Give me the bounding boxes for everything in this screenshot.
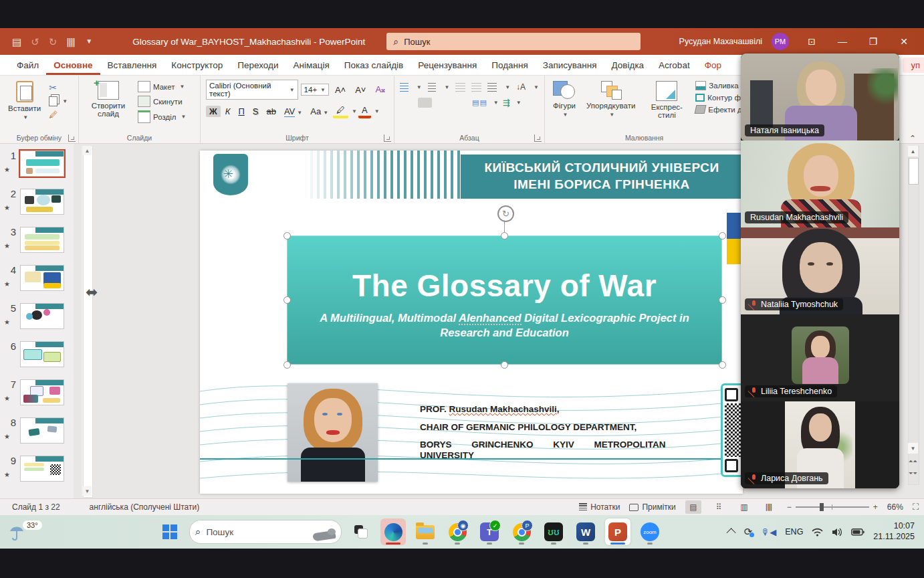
account-name[interactable]: Русудан Махачашвілі bbox=[679, 37, 762, 46]
close-button[interactable]: ✕ bbox=[891, 31, 917, 52]
word-button[interactable]: W bbox=[573, 518, 598, 545]
thumbnail-row-5[interactable]: 5★ bbox=[4, 303, 74, 329]
paste-button[interactable]: Вставити▼ bbox=[5, 80, 43, 132]
previous-slide-icon[interactable]: ⏶⏶ bbox=[908, 456, 918, 467]
slide-thumbnail[interactable] bbox=[20, 227, 64, 253]
tab-acrobat[interactable]: Acrobat bbox=[651, 56, 697, 75]
font-size-combo[interactable]: 14+▼ bbox=[301, 84, 329, 96]
thumbnail-scrollbar[interactable]: ▲ ▼ bbox=[82, 146, 93, 496]
slide-thumbnail[interactable] bbox=[20, 456, 64, 482]
save-icon[interactable]: ▤ bbox=[12, 37, 21, 47]
tab-home[interactable]: Основне bbox=[46, 56, 100, 75]
file-explorer-button[interactable] bbox=[413, 518, 438, 545]
tab-insert[interactable]: Вставлення bbox=[100, 56, 164, 75]
reading-view-button[interactable]: ▥ bbox=[736, 500, 752, 514]
ribbon-display-options-icon[interactable]: ⊡ bbox=[798, 31, 825, 52]
restore-button[interactable]: ❐ bbox=[860, 31, 887, 52]
tab-review[interactable]: Рецензування bbox=[411, 56, 484, 75]
selection-handle-w[interactable] bbox=[283, 296, 291, 304]
slide-sorter-view-button[interactable]: ⠿ bbox=[711, 500, 727, 514]
language-indicator[interactable]: англійська (Сполучені Штати) bbox=[90, 502, 200, 512]
zoom-slider-thumb[interactable] bbox=[820, 503, 824, 511]
next-slide-icon[interactable]: ⏷⏷ bbox=[908, 468, 918, 479]
share-button-partial[interactable]: уп bbox=[903, 58, 924, 73]
task-view-button[interactable] bbox=[348, 518, 374, 545]
slide-canvas[interactable]: КИЇВСЬКИЙ СТОЛИЧНИЙ УНІВЕРСИ ІМЕНІ БОРИС… bbox=[200, 151, 743, 494]
line-spacing-icon[interactable] bbox=[487, 83, 497, 92]
mic-location-icon[interactable]: 🎙◀ bbox=[761, 527, 776, 537]
thumbnail-row-9[interactable]: 9★ bbox=[4, 456, 74, 482]
selection-handle-n[interactable] bbox=[501, 232, 508, 239]
slide-scrollbar[interactable]: ⌃ ▲ ▼ ⏶⏶ ⏷⏷ bbox=[904, 134, 921, 495]
account-avatar[interactable]: PM bbox=[772, 33, 789, 50]
wifi-icon[interactable] bbox=[812, 528, 823, 537]
character-spacing-button[interactable]: AV▼ bbox=[281, 106, 306, 117]
chrome-profile1-button[interactable]: ◉ bbox=[445, 518, 470, 545]
selection-handle-s[interactable] bbox=[501, 361, 508, 369]
align-center-icon[interactable] bbox=[418, 98, 432, 108]
weather-widget[interactable]: 33° bbox=[8, 522, 48, 542]
slide-thumbnail[interactable] bbox=[20, 265, 64, 291]
increase-indent-icon[interactable] bbox=[471, 83, 481, 92]
start-button[interactable] bbox=[157, 518, 183, 545]
italic-button[interactable]: К bbox=[222, 106, 234, 117]
participant-tile-5[interactable]: Лариса Довгань bbox=[741, 401, 899, 488]
normal-view-button[interactable]: ▤ bbox=[685, 500, 701, 514]
undo-icon[interactable]: ↺ bbox=[31, 37, 39, 47]
collapse-ribbon-icon[interactable]: ⌃ bbox=[909, 134, 916, 143]
paragraph-dialog-launcher[interactable] bbox=[534, 134, 542, 142]
layout-button[interactable]: Макет▼ bbox=[138, 81, 186, 92]
scrollbar-thumb[interactable] bbox=[909, 158, 919, 185]
tab-view[interactable]: Подання bbox=[484, 56, 536, 75]
participant-tile-3[interactable]: Nataliia Tymoshchuk bbox=[741, 227, 899, 314]
clipboard-dialog-launcher[interactable] bbox=[68, 134, 76, 142]
thumbnail-row-4[interactable]: 4★ bbox=[4, 265, 74, 291]
start-slideshow-icon[interactable]: 𝍬 bbox=[66, 37, 76, 47]
slide-thumbnail[interactable] bbox=[20, 379, 64, 405]
slide-thumbnail[interactable] bbox=[20, 189, 64, 215]
format-painter-icon[interactable]: 🖉 bbox=[49, 110, 68, 120]
columns-icon[interactable]: ▤▤ bbox=[472, 98, 487, 107]
selection-handle-nw[interactable] bbox=[283, 232, 291, 239]
font-name-combo[interactable]: Calibri (Основний текст)▼ bbox=[206, 80, 298, 100]
clear-formatting-button[interactable]: A𝄪 bbox=[372, 84, 388, 96]
shrink-font-button[interactable]: A˅ bbox=[352, 84, 369, 96]
change-case-button[interactable]: Aa▼ bbox=[307, 106, 332, 117]
slide-title[interactable]: The Glossary of War bbox=[287, 268, 722, 304]
tab-help[interactable]: Довідка bbox=[604, 56, 652, 75]
participant-tile-4[interactable]: Liliia Tereshchenko bbox=[741, 314, 899, 401]
tab-animations[interactable]: Анімація bbox=[286, 56, 337, 75]
arrange-button[interactable]: Упорядкувати▼ bbox=[584, 80, 638, 132]
zoom-in-icon[interactable]: + bbox=[873, 502, 878, 512]
align-right-icon[interactable] bbox=[436, 98, 450, 108]
scroll-down-icon[interactable]: ▼ bbox=[83, 486, 92, 496]
reset-button[interactable]: Скинути bbox=[138, 96, 186, 107]
decrease-indent-icon[interactable] bbox=[455, 83, 465, 92]
minimize-button[interactable]: — bbox=[829, 31, 856, 52]
tab-slideshow[interactable]: Показ слайдів bbox=[337, 56, 411, 75]
thumbnail-row-6[interactable]: 6 bbox=[4, 341, 74, 367]
webex-button[interactable]: ʊʊ bbox=[541, 518, 566, 545]
zoom-app-button[interactable]: zoom bbox=[637, 518, 663, 545]
tab-design[interactable]: Конструктор bbox=[164, 56, 230, 75]
text-shadow-button[interactable]: S bbox=[249, 106, 262, 117]
title-text-box[interactable]: The Glossary of War A Multilingual, Mult… bbox=[287, 235, 722, 365]
participant-tile-2[interactable]: Rusudan Makhachashvili bbox=[741, 140, 899, 227]
selection-handle-se[interactable] bbox=[719, 361, 726, 369]
redo-icon[interactable]: ↻ bbox=[49, 37, 57, 47]
thumbnail-row-8[interactable]: 8★ bbox=[4, 417, 74, 444]
copy-icon[interactable]: ▼ bbox=[49, 96, 68, 106]
shapes-button[interactable]: Фігури▼ bbox=[550, 80, 578, 132]
slideshow-view-button[interactable]: 𝍬 bbox=[762, 500, 778, 514]
slide-thumbnail[interactable] bbox=[20, 151, 64, 177]
zoom-slider[interactable]: − + bbox=[787, 502, 878, 512]
text-direction-icon[interactable]: ↓A bbox=[516, 82, 526, 92]
section-button[interactable]: Розділ▼ bbox=[138, 110, 186, 123]
language-switcher[interactable]: ENG bbox=[785, 527, 803, 537]
tab-recording[interactable]: Записування bbox=[536, 56, 604, 75]
powerpoint-taskbar-button[interactable]: P bbox=[605, 518, 630, 545]
thumbnail-row-2[interactable]: 2★ bbox=[4, 189, 74, 215]
thumbnail-row-1[interactable]: 1★ bbox=[4, 151, 74, 177]
scroll-up-icon[interactable]: ▲ bbox=[908, 146, 918, 157]
slide-thumbnail[interactable] bbox=[20, 341, 64, 367]
